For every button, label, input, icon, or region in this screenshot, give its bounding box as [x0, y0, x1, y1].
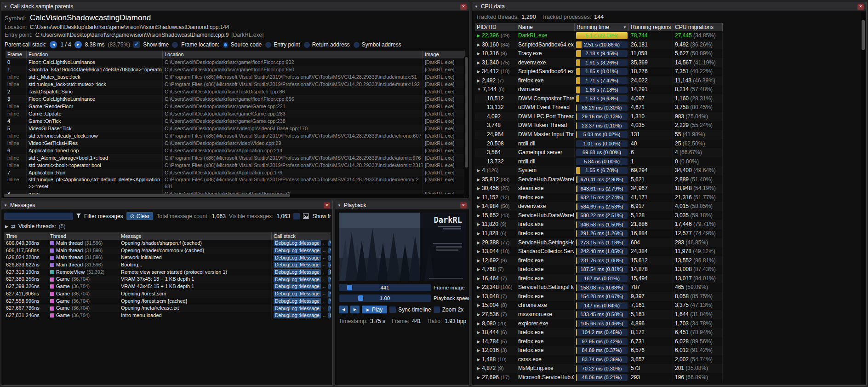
callstack-frame-row[interactable]: inlinestd::unique_lock<std::mutex>::lock… [6, 81, 465, 88]
prev-frame-button[interactable]: ◀ [339, 306, 348, 313]
expand-right-icon[interactable]: ▶ [477, 202, 480, 211]
expand-right-icon[interactable]: ▶ [5, 224, 8, 229]
callstack-frame-row[interactable]: 3Floor::CalcLightNoLuminanceC:\Users\wol… [6, 95, 465, 103]
cpu-row[interactable]: ▶13,048(7)firefox.exe154.28 ms (0.67%)9,… [475, 292, 723, 301]
close-icon[interactable]: ✕ [460, 4, 467, 10]
message-row[interactable]: 626,024,328nsMain thread(31,596)Network … [4, 254, 331, 261]
column-header-callstack[interactable]: Call stack [272, 232, 331, 240]
collapse-icon[interactable]: ▼ [474, 5, 478, 9]
expand-right-icon[interactable]: ▶ [477, 319, 480, 329]
messages-titlebar[interactable]: ▼ Messages ✕ [1, 201, 332, 209]
callstack-frame-row[interactable]: 1<lambda_84a19dc444fae966ca174e83e708bdc… [6, 66, 465, 73]
cpu-row[interactable]: 13,132uDWM Event Thread68.29 ms (0.30%)4… [475, 103, 723, 112]
cpu-row[interactable]: ▶27,696(17)Microsoft.ServiceHub.Co48.06 … [475, 373, 723, 382]
column-header-running-regions[interactable]: Running regions [629, 23, 673, 31]
cpu-row[interactable]: ▶11,828(6)firefox.exe291.26 ms (1.26%)16… [475, 229, 723, 238]
cpu-row[interactable]: ▶4,872(9)MsMpEng.exe70.22 ms (0.30%)5732… [475, 364, 723, 373]
callstack-frame-row[interactable]: inlinestd::unique_ptr<Application,std::d… [6, 176, 465, 190]
play-button[interactable]: ▶ Play [362, 306, 387, 313]
cpu-row[interactable]: 3,564GameInput server69.68 us (0.00%)64 … [475, 148, 723, 157]
cpu-row[interactable]: ▶15,004(8)chrome.exe147 ms (0.64%)7,1613… [475, 301, 723, 310]
cpu-row[interactable]: ▶22,396(49)DarkRL.exe5.1 s (22.06%)78,74… [475, 31, 723, 40]
expand-right-icon[interactable]: ▶ [477, 67, 480, 76]
cpu-row[interactable]: ▶13,044(10)StandardCollector.Servic242.4… [475, 247, 723, 256]
column-header-location[interactable]: Location [163, 51, 423, 58]
expand-right-icon[interactable]: ▶ [477, 310, 480, 319]
column-header-name[interactable]: Name [516, 23, 575, 31]
cpu-row[interactable]: ▶14,784(5)firefox.exe97.95 ms (0.42%)6,7… [475, 337, 723, 347]
expand-right-icon[interactable]: ▶ [477, 328, 480, 337]
column-header-message[interactable]: Message [119, 232, 272, 240]
callstack-frame-row[interactable]: 5VideoGLBase::TickC:\Users\wolf\Desktop\… [6, 125, 465, 132]
cpu-row[interactable]: ▶12,692(9)firefox.exe231.76 ms (1.00%)15… [475, 256, 723, 266]
callstack-frame-row[interactable]: 2TaskDispatch::SyncC:\Users\wolf\Desktop… [6, 88, 465, 95]
collapse-icon[interactable]: ▼ [4, 5, 7, 9]
expand-right-icon[interactable]: ▶ [477, 76, 480, 86]
cpu-row[interactable]: 3,748DWM Token Thread23.37 ms (0.10%)4,0… [475, 121, 723, 130]
callstack-frame-chip[interactable]: Application: [328, 262, 331, 268]
column-header-function[interactable]: Function [27, 51, 163, 58]
callstack-frame-chip[interactable]: VideoMemo [328, 283, 331, 289]
cpu-row[interactable]: ▶12,016(3)firefox.exe84.89 ms (0.37%)6,5… [475, 346, 723, 355]
callstack-vertical-scrollbar[interactable] [464, 56, 468, 196]
callstack-frame-chip[interactable]: VFS::Open [328, 306, 331, 312]
expand-right-icon[interactable]: ▶ [477, 175, 480, 185]
cpu-row[interactable]: ▶4,768(7)firefox.exe187.54 ms (0.81%)14,… [475, 265, 723, 274]
callstack-horizontal-scrollbar[interactable] [2, 194, 464, 197]
visible-threads-label[interactable]: Visible threads: [18, 223, 56, 230]
message-row[interactable]: 627,313,190nsRemoteView(31,392)Remote vi… [4, 269, 331, 276]
callstack-frame-chip[interactable]: DebugLog::Message [274, 240, 321, 246]
expand-right-icon[interactable]: ▶ [477, 355, 480, 364]
frame-location-option-source-code[interactable]: Source code [223, 41, 262, 48]
expand-right-icon[interactable]: ▶ [477, 166, 480, 175]
cpu-row[interactable]: 20,508ntdll.dll1.01 ms (0.00%)4025 (62.5… [475, 139, 723, 149]
playback-speed-slider[interactable]: 1.00 [339, 295, 431, 302]
expand-right-icon[interactable]: ▶ [477, 229, 480, 238]
column-header-running-time[interactable]: Running time ▼ [575, 23, 629, 31]
cpu-row[interactable]: 13,732ntdll.dll5.84 us (0.00%)10 (0.00%) [475, 157, 723, 167]
cpu-vertical-scrollbar[interactable] [861, 12, 866, 384]
cpu-row[interactable]: ▶18,444(6)firefox.exe104.2 ms (0.45%)8,1… [475, 328, 723, 337]
callstack-frame-chip[interactable]: VideoMemo [328, 277, 331, 283]
expand-right-icon[interactable]: ▶ [477, 265, 480, 274]
message-row[interactable]: 627,399,326nsGame(36,704)VRAM 43x45: 15 … [4, 283, 331, 290]
callstack-frame-chip[interactable]: DebugLog::Message [274, 298, 321, 304]
cpu-row[interactable]: 4,092DWM LPC Port Thread29.16 ms (0.13%)… [475, 112, 723, 121]
cpu-row[interactable]: ▶15,652(43)ServiceHub.DataWarehou580.22 … [475, 211, 723, 220]
collapse-icon[interactable]: ▼ [4, 203, 7, 208]
zoom-2x-checkbox[interactable] [434, 306, 440, 313]
cpu-row[interactable]: ▶11,820(9)firefox.exe346.58 ms (1.50%)21… [475, 220, 723, 229]
expand-right-icon[interactable]: ▶ [477, 211, 480, 220]
message-row[interactable]: 627,831,246nsGame(36,704)Intro menu load… [4, 312, 331, 319]
callstack-frame-chip[interactable]: DebugLog::Message [274, 306, 321, 312]
expand-right-icon[interactable]: ▶ [477, 337, 480, 347]
callstack-frame-row[interactable]: inlinestd::_Mutex_base::lockC:\Program F… [6, 73, 465, 81]
next-frame-button[interactable]: ▶ [350, 306, 360, 313]
callstack-frame-chip[interactable]: VFS::Open [328, 298, 331, 304]
message-row[interactable]: 627,411,606nsGame(36,704)Opening /forest… [4, 290, 331, 298]
expand-down-icon[interactable]: ▼ [477, 85, 481, 94]
callstack-frame-chip[interactable]: IntroMenu:: [328, 312, 331, 318]
scrollbar-thumb[interactable] [862, 20, 865, 50]
cpu-row[interactable]: ▼7,144(8)dwm.exe1.66 s (7.18%)14,2918,21… [475, 85, 723, 94]
callstack-frame-chip[interactable]: DebugLog::Message [274, 262, 321, 268]
column-header-frame[interactable]: Frame [6, 51, 27, 58]
callstack-frame-chip[interactable]: DebugLog::Message [274, 277, 321, 283]
cpu-row[interactable]: ▶29,388(77)ServiceHub.SettingsHost273.15… [475, 238, 723, 248]
clear-button[interactable]: ⊘ Clear [126, 212, 154, 220]
expand-right-icon[interactable]: ▶ [477, 274, 480, 283]
sync-timeline-checkbox[interactable] [389, 306, 396, 313]
message-row[interactable]: 627,558,996nsGame(36,704)Opening /forest… [4, 298, 331, 305]
cpu-row[interactable]: ▶10,316(9)Tracy.exe2.18 s (9.45%)11,0585… [475, 49, 723, 58]
frame-image-slider[interactable]: 441 [339, 284, 431, 291]
callstack-frame-row[interactable]: inlinestd::_Atomic_storage<bool,1>::load… [6, 154, 465, 162]
expand-right-icon[interactable]: ▶ [477, 40, 480, 50]
expand-right-icon[interactable]: ▶ [477, 373, 480, 382]
expand-right-icon[interactable]: ▶ [477, 184, 480, 193]
callstack-frame-chip[interactable]: DebugLog::Message [274, 312, 321, 318]
expand-right-icon[interactable]: ▶ [477, 238, 480, 248]
message-filter-input[interactable] [4, 213, 73, 220]
close-icon[interactable]: ✕ [857, 4, 864, 10]
callstack-frame-row[interactable]: inlineinvoke_maind:\agent\_work\63\s\src… [6, 197, 465, 198]
callstack-frame-chip[interactable]: RemoteVie [328, 269, 331, 275]
